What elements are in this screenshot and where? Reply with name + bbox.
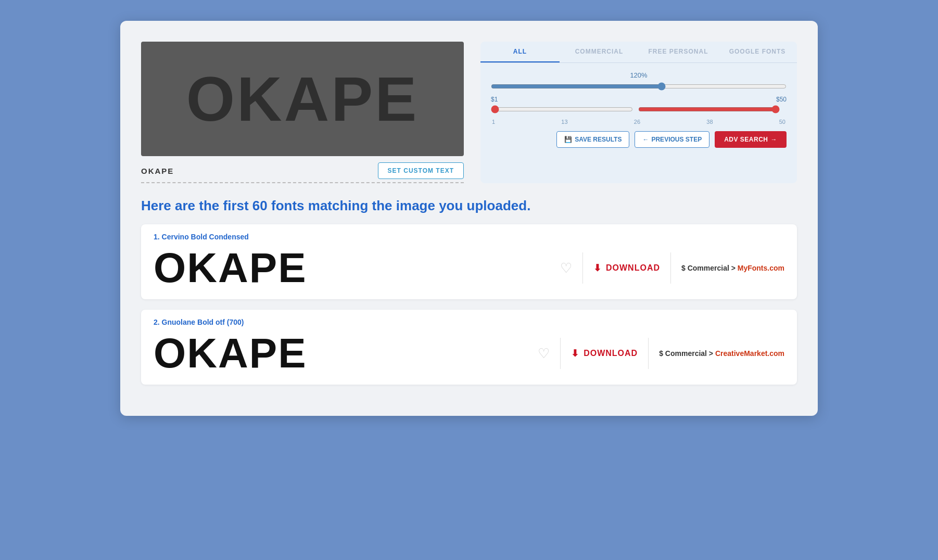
price-max-label: $50 bbox=[776, 96, 787, 103]
adv-search-button[interactable]: ADV SEARCH → bbox=[715, 131, 787, 148]
adv-label: ADV SEARCH bbox=[724, 136, 768, 143]
tab-google-fonts[interactable]: GOOGLE FONTS bbox=[718, 42, 797, 62]
tick-38: 38 bbox=[706, 119, 713, 125]
font-result-row-2: OKAPE ♡ ⬇ DOWNLOAD $ Commercial > Creati… bbox=[154, 333, 784, 374]
prev-arrow-icon: ← bbox=[642, 136, 649, 143]
save-results-button[interactable]: 💾 SAVE RESULTS bbox=[556, 131, 629, 148]
download-button-2[interactable]: ⬇ DOWNLOAD bbox=[571, 348, 638, 359]
filter-panel: ALL COMMERCIAL FREE PERSONAL GOOGLE FONT… bbox=[480, 42, 797, 183]
divider-2b bbox=[648, 338, 649, 369]
tick-26: 26 bbox=[634, 119, 640, 125]
price-slider-row bbox=[491, 105, 787, 113]
price-info-1: $ Commercial > MyFonts.com bbox=[681, 264, 784, 272]
results-heading: Here are the first 60 fonts matching the… bbox=[141, 198, 797, 214]
font-result-card-2: 2. Gnuolane Bold otf (700) OKAPE ♡ ⬇ DOW… bbox=[141, 310, 797, 385]
download-icon-1: ⬇ bbox=[593, 262, 602, 274]
filter-tabs: ALL COMMERCIAL FREE PERSONAL GOOGLE FONT… bbox=[480, 42, 797, 63]
prev-label: PREVIOUS STEP bbox=[651, 136, 702, 143]
previous-step-button[interactable]: ← PREVIOUS STEP bbox=[635, 131, 709, 148]
heart-icon-2: ♡ bbox=[538, 346, 550, 362]
market-link-1[interactable]: MyFonts.com bbox=[738, 264, 784, 272]
preview-area: OKAPE SET CUSTOM TEXT bbox=[141, 42, 464, 183]
tick-1: 1 bbox=[492, 119, 495, 125]
price-max-slider[interactable] bbox=[638, 105, 780, 113]
custom-text-row: SET CUSTOM TEXT bbox=[141, 162, 464, 183]
font-actions-2: ♡ ⬇ DOWNLOAD $ Commercial > CreativeMark… bbox=[538, 338, 784, 369]
favorite-button-1[interactable]: ♡ bbox=[560, 260, 572, 276]
set-custom-text-button[interactable]: SET CUSTOM TEXT bbox=[378, 162, 464, 179]
tab-all[interactable]: ALL bbox=[480, 42, 560, 62]
font-name-1: 1. Cervino Bold Condensed bbox=[154, 233, 784, 241]
tick-50: 50 bbox=[779, 119, 785, 125]
font-actions-1: ♡ ⬇ DOWNLOAD $ Commercial > MyFonts.com bbox=[560, 252, 784, 284]
save-label: SAVE RESULTS bbox=[575, 136, 622, 143]
divider-2 bbox=[560, 338, 561, 369]
favorite-button-2[interactable]: ♡ bbox=[538, 346, 550, 362]
filter-body: 120% $1 $50 1 13 26 38 50 bbox=[480, 63, 797, 154]
price-text-2: $ Commercial > bbox=[659, 349, 713, 358]
price-min-label: $1 bbox=[491, 96, 498, 103]
font-result-card-1: 1. Cervino Bold Condensed OKAPE ♡ ⬇ DOWN… bbox=[141, 224, 797, 299]
price-ticks: 1 13 26 38 50 bbox=[491, 119, 787, 125]
font-rank-2: 2. bbox=[154, 318, 162, 326]
tab-free-personal[interactable]: FREE PERSONAL bbox=[639, 42, 718, 62]
font-result-row-1: OKAPE ♡ ⬇ DOWNLOAD $ Commercial > MyFont… bbox=[154, 247, 784, 289]
heart-icon-1: ♡ bbox=[560, 260, 572, 276]
font-preview-box: OKAPE bbox=[141, 42, 464, 156]
top-section: OKAPE SET CUSTOM TEXT ALL COMMERCIAL FRE… bbox=[141, 42, 797, 183]
font-sample-1: OKAPE bbox=[154, 247, 560, 289]
custom-text-input[interactable] bbox=[141, 167, 378, 175]
price-min-slider[interactable] bbox=[491, 105, 633, 113]
adv-arrow-icon: → bbox=[771, 136, 778, 143]
divider-1b bbox=[670, 252, 671, 284]
size-slider-label: 120% bbox=[491, 71, 787, 79]
price-info-2: $ Commercial > CreativeMarket.com bbox=[659, 349, 784, 358]
download-button-1[interactable]: ⬇ DOWNLOAD bbox=[593, 262, 660, 274]
save-icon: 💾 bbox=[564, 136, 572, 143]
download-icon-2: ⬇ bbox=[571, 348, 579, 359]
font-preview-text: OKAPE bbox=[186, 63, 419, 135]
price-text-1: $ Commercial > bbox=[681, 264, 736, 272]
tick-13: 13 bbox=[561, 119, 567, 125]
font-name-2: 2. Gnuolane Bold otf (700) bbox=[154, 318, 784, 326]
size-slider[interactable] bbox=[491, 82, 787, 91]
divider-1 bbox=[582, 252, 583, 284]
size-slider-row bbox=[491, 82, 787, 91]
price-row: $1 $50 bbox=[491, 96, 787, 103]
filter-actions: 💾 SAVE RESULTS ← PREVIOUS STEP ADV SEARC… bbox=[491, 131, 787, 148]
font-sample-2: OKAPE bbox=[154, 333, 538, 374]
main-card: OKAPE SET CUSTOM TEXT ALL COMMERCIAL FRE… bbox=[120, 21, 818, 416]
tab-commercial[interactable]: COMMERCIAL bbox=[560, 42, 639, 62]
font-rank-1: 1. bbox=[154, 233, 162, 241]
market-link-2[interactable]: CreativeMarket.com bbox=[715, 349, 784, 358]
